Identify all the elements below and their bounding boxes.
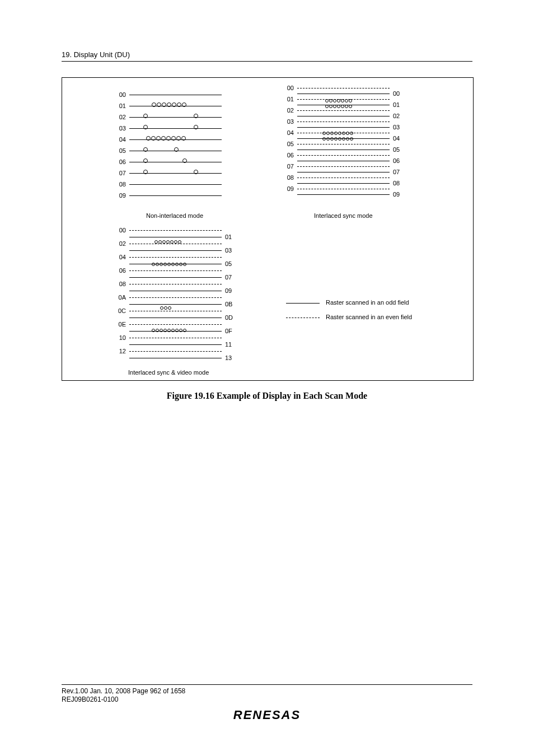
line-label: 0C xyxy=(118,307,126,314)
line-label: 02 xyxy=(119,114,126,120)
line-label: 09 xyxy=(287,185,294,192)
line-label: 09 xyxy=(225,287,232,294)
line-label: 00 xyxy=(287,85,294,91)
line-label: 06 xyxy=(393,157,400,164)
line-label: 00 xyxy=(119,91,126,98)
line-label: 0B xyxy=(225,301,232,307)
caption-interlaced-sync: Interlaced sync mode xyxy=(314,212,373,219)
line-label: 05 xyxy=(287,141,294,147)
line-label: 05 xyxy=(225,260,232,267)
line-label: 05 xyxy=(119,147,126,154)
line-label: 02 xyxy=(119,240,126,247)
line-label: 13 xyxy=(225,354,232,361)
line-label: 06 xyxy=(287,152,294,158)
line-label: 00 xyxy=(393,90,400,97)
line-label: 04 xyxy=(393,135,400,142)
caption-non-interlaced: Non-interlaced mode xyxy=(146,212,203,219)
line-label: 10 xyxy=(119,334,126,341)
legend-even-label: Raster scanned in an even field xyxy=(326,314,412,320)
line-label: 0E xyxy=(119,321,126,328)
page-footer: Rev.1.00 Jan. 10, 2008 Page 962 of 1658 … xyxy=(62,684,472,722)
line-label: 0A xyxy=(119,294,126,301)
line-label: 01 xyxy=(393,101,400,108)
legend-dashed-line-icon xyxy=(286,318,320,318)
line-label: 04 xyxy=(119,254,126,260)
line-label: 03 xyxy=(287,118,294,125)
line-label: 09 xyxy=(119,192,126,199)
legend: Raster scanned in an odd field Raster sc… xyxy=(286,299,454,320)
line-label: 12 xyxy=(119,348,126,354)
line-label: 05 xyxy=(393,146,400,153)
line-label: 01 xyxy=(119,102,126,109)
line-label: 0F xyxy=(225,328,232,334)
line-label: 03 xyxy=(393,124,400,130)
caption-interlaced-sync-video: Interlaced sync & video mode xyxy=(128,369,209,376)
footer-rev: Rev.1.00 Jan. 10, 2008 Page 962 of 1658 xyxy=(62,687,472,696)
figure-box: 00010203040506070809 Non-interlaced mode… xyxy=(62,77,474,381)
line-label: 01 xyxy=(287,96,294,102)
line-label: 0D xyxy=(225,314,233,321)
figure-caption: Figure 19.16 Example of Display in Each … xyxy=(62,391,472,401)
section-header: 19. Display Unit (DU) xyxy=(62,50,472,59)
legend-solid-line-icon xyxy=(286,303,320,304)
line-label: 08 xyxy=(393,180,400,186)
line-label: 01 xyxy=(225,234,232,240)
line-label: 07 xyxy=(393,169,400,175)
line-label: 08 xyxy=(119,181,126,188)
legend-odd: Raster scanned in an odd field xyxy=(286,299,454,306)
line-label: 07 xyxy=(225,274,232,281)
footer-rule xyxy=(62,684,472,685)
line-label: 02 xyxy=(393,113,400,119)
line-label: 00 xyxy=(119,227,126,234)
renesas-logo: RENESAS xyxy=(62,708,472,722)
line-label: 02 xyxy=(287,107,294,114)
header-rule xyxy=(62,61,472,62)
line-label: 09 xyxy=(393,191,400,198)
line-label: 06 xyxy=(119,158,126,165)
line-label: 07 xyxy=(287,163,294,170)
footer-doc: REJ09B0261-0100 xyxy=(62,696,472,704)
line-label: 03 xyxy=(225,247,232,254)
line-label: 04 xyxy=(119,136,126,143)
legend-even: Raster scanned in an even field xyxy=(286,314,454,320)
line-label: 06 xyxy=(119,267,126,274)
line-label: 04 xyxy=(287,129,294,136)
legend-odd-label: Raster scanned in an odd field xyxy=(326,299,409,306)
line-label: 07 xyxy=(119,170,126,176)
line-label: 08 xyxy=(287,174,294,181)
line-label: 08 xyxy=(119,281,126,287)
line-label: 03 xyxy=(119,125,126,132)
line-label: 11 xyxy=(225,341,232,348)
